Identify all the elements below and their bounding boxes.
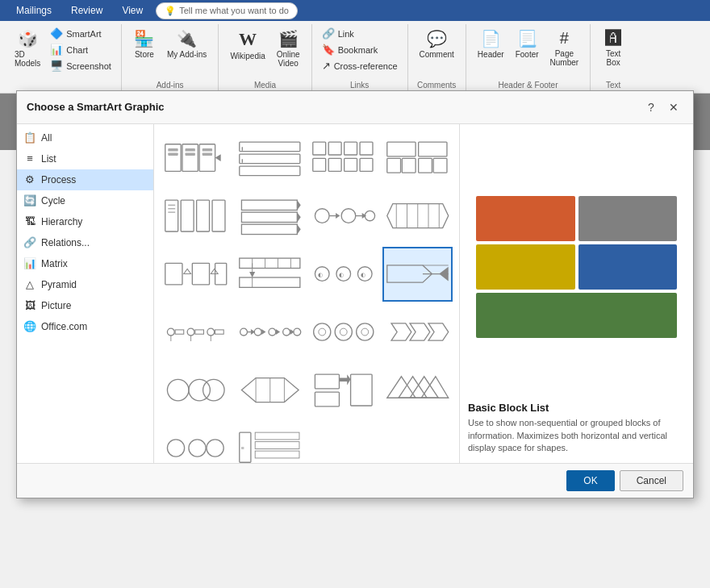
graphic-item-4[interactable] bbox=[382, 131, 453, 151]
category-all[interactable]: 📋 All bbox=[17, 127, 153, 148]
graphics-grid: ◐ ◐ ◐ bbox=[161, 131, 453, 151]
svg-rect-8 bbox=[203, 148, 212, 150]
dialog-body: 📋 All ≡ List ⚙ Process 🔄 Cycle 🏗 Hi bbox=[17, 124, 693, 151]
graphics-scroll[interactable]: ◐ ◐ ◐ bbox=[154, 124, 459, 151]
svg-rect-23 bbox=[386, 142, 415, 150]
dialog-controls: ? ✕ bbox=[641, 98, 683, 117]
help-button[interactable]: ? bbox=[641, 98, 661, 117]
category-all-label: All bbox=[41, 132, 52, 144]
preview-panel: Basic Block List Use to show non-sequent… bbox=[459, 124, 693, 151]
svg-rect-10 bbox=[239, 142, 299, 150]
svg-rect-6 bbox=[186, 148, 195, 150]
graphic-item-3[interactable] bbox=[308, 131, 379, 151]
preview-graphic bbox=[468, 132, 685, 151]
dialog-overlay: Choose a SmartArt Graphic ? ✕ 📋 All ≡ Li… bbox=[0, 0, 710, 150]
smartart-dialog: Choose a SmartArt Graphic ? ✕ 📋 All ≡ Li… bbox=[16, 90, 694, 151]
close-button[interactable]: ✕ bbox=[664, 98, 683, 117]
svg-rect-15 bbox=[313, 142, 326, 150]
dialog-titlebar: Choose a SmartArt Graphic ? ✕ bbox=[17, 91, 693, 124]
graphic-item-1[interactable] bbox=[161, 131, 232, 151]
svg-rect-17 bbox=[345, 142, 357, 150]
category-list[interactable]: ≡ List bbox=[17, 148, 153, 151]
category-panel: 📋 All ≡ List ⚙ Process 🔄 Cycle 🏗 Hi bbox=[17, 124, 154, 151]
graphics-panel: ◐ ◐ ◐ bbox=[154, 124, 459, 151]
dialog-title: Choose a SmartArt Graphic bbox=[27, 101, 165, 113]
all-icon: 📋 bbox=[23, 131, 36, 144]
svg-rect-4 bbox=[168, 148, 178, 150]
svg-rect-16 bbox=[328, 142, 341, 150]
svg-rect-18 bbox=[360, 142, 373, 150]
svg-rect-26 bbox=[418, 142, 446, 150]
graphic-item-2[interactable] bbox=[235, 131, 306, 151]
